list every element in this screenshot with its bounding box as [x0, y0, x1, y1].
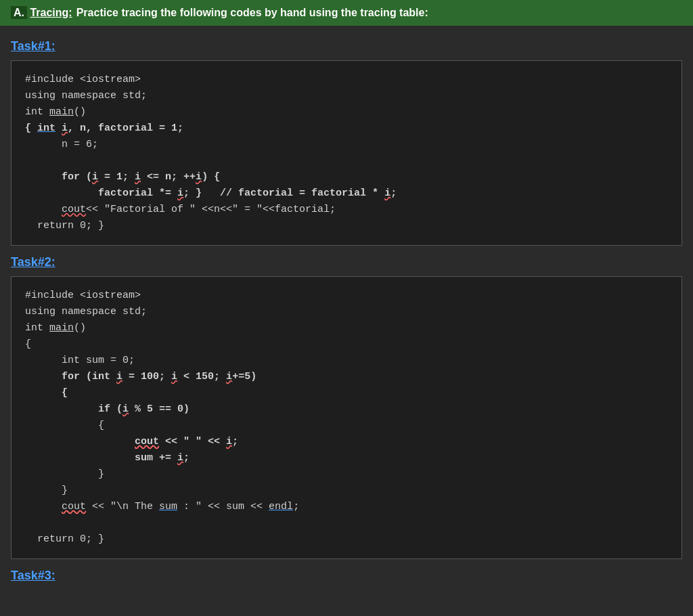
code-line: if (i % 5 == 0) [25, 401, 668, 418]
task1-heading: Task#1: [11, 39, 682, 53]
code-line: int main() [25, 320, 668, 336]
code-line: int sum = 0; [25, 353, 668, 369]
task1-code-block: #include <iostream> using namespace std;… [11, 60, 682, 246]
code-line: int main() [25, 104, 668, 120]
task3-heading: Task#3: [11, 569, 682, 583]
header-description: Practice tracing the following codes by … [76, 7, 428, 19]
code-line: return 0; } [25, 218, 668, 234]
page-content: Task#1: #include <iostream> using namesp… [0, 26, 693, 592]
code-line: } [25, 483, 668, 499]
code-line: return 0; } [25, 531, 668, 548]
code-line: cout << " " << i; [25, 434, 668, 450]
code-line: using namespace std; [25, 88, 668, 104]
code-line: #include <iostream> [25, 288, 668, 304]
code-line [25, 515, 668, 531]
code-line: { [25, 385, 668, 401]
code-line: for (int i = 100; i < 150; i+=5) [25, 369, 668, 385]
code-line: { [25, 418, 668, 434]
code-line: } [25, 466, 668, 483]
code-line: cout<< "Factorial of " <<n<<" = "<<facto… [25, 202, 668, 218]
task2-heading: Task#2: [11, 255, 682, 269]
code-line: #include <iostream> [25, 72, 668, 88]
task2-code-block: #include <iostream> using namespace std;… [11, 276, 682, 559]
code-line: cout << "\n The sum : " << sum << endl; [25, 499, 668, 515]
code-line: for (i = 1; i <= n; ++i) { [25, 169, 668, 185]
header-label: A. Tracing: [11, 7, 72, 19]
header-bar: A. Tracing: Practice tracing the followi… [0, 0, 693, 26]
code-line: factorial *= i; } // factorial = factori… [25, 185, 668, 202]
code-line: n = 6; [25, 137, 668, 153]
code-line: { int i, n, factorial = 1; [25, 120, 668, 137]
tracing-label: Tracing: [30, 7, 72, 18]
code-line [25, 153, 668, 169]
code-line: { [25, 336, 668, 353]
code-line: sum += i; [25, 450, 668, 466]
code-line: using namespace std; [25, 304, 668, 320]
section-letter: A. [11, 6, 27, 19]
